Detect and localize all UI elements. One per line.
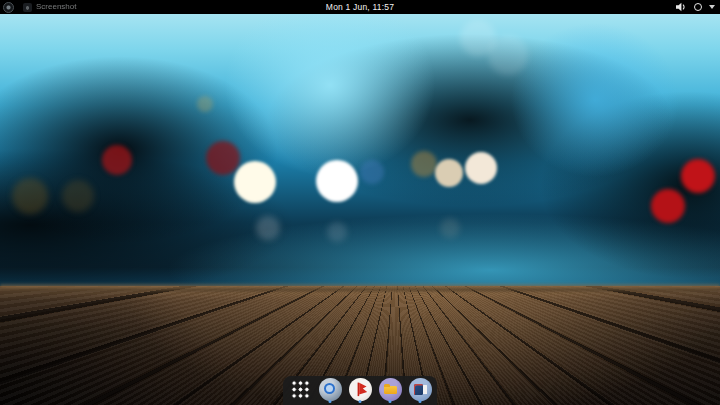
dock-item-media-player[interactable] bbox=[349, 378, 372, 401]
dock-item-show-applications[interactable] bbox=[289, 378, 312, 401]
dock-item-documents[interactable] bbox=[409, 378, 432, 401]
running-indicator bbox=[329, 400, 332, 403]
bokeh-light bbox=[681, 159, 715, 193]
bokeh-light bbox=[234, 161, 276, 203]
dock-item-web-browser[interactable] bbox=[319, 378, 342, 401]
running-indicator bbox=[389, 400, 392, 403]
bokeh-light bbox=[62, 180, 94, 212]
app-grid-icon bbox=[291, 380, 310, 399]
browser-icon bbox=[319, 378, 342, 401]
running-indicator bbox=[419, 400, 422, 403]
bokeh-light bbox=[12, 178, 48, 214]
top-bar: Screenshot Mon 1 Jun, 11:57 bbox=[0, 0, 720, 14]
bokeh-light bbox=[197, 96, 213, 112]
bokeh-light bbox=[488, 35, 528, 75]
bokeh-light bbox=[440, 218, 460, 238]
bokeh-light bbox=[102, 145, 132, 175]
bokeh-light bbox=[411, 151, 437, 177]
dock bbox=[283, 376, 437, 405]
media-player-icon bbox=[349, 378, 372, 401]
wallpaper bbox=[0, 0, 720, 405]
dropdown-caret-icon[interactable] bbox=[709, 5, 715, 9]
running-indicator bbox=[359, 400, 362, 403]
bokeh-light bbox=[256, 216, 280, 240]
bokeh-light bbox=[465, 152, 497, 184]
documents-icon bbox=[409, 378, 432, 401]
bokeh-light bbox=[435, 159, 463, 187]
bokeh-light bbox=[316, 160, 358, 202]
bokeh-light bbox=[206, 141, 240, 175]
status-area[interactable] bbox=[676, 2, 720, 12]
clock[interactable]: Mon 1 Jun, 11:57 bbox=[0, 0, 720, 14]
dock-item-files[interactable] bbox=[379, 378, 402, 401]
bokeh-light bbox=[651, 189, 685, 223]
files-icon bbox=[379, 378, 402, 401]
bokeh-light bbox=[360, 160, 384, 184]
desktop: Screenshot Mon 1 Jun, 11:57 bbox=[0, 0, 720, 405]
volume-icon[interactable] bbox=[676, 2, 687, 12]
bokeh-light bbox=[327, 222, 347, 242]
power-icon[interactable] bbox=[694, 3, 702, 11]
